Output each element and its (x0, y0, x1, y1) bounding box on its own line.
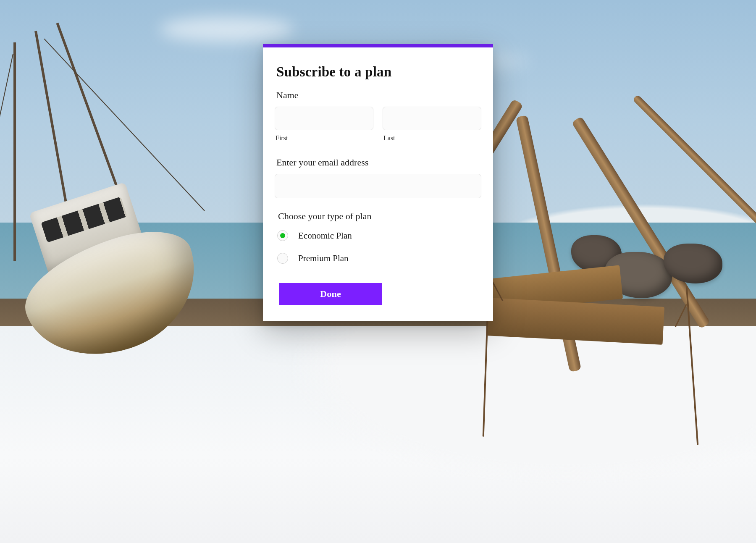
email-label: Enter your email address (276, 157, 481, 168)
first-name-col: First (275, 107, 373, 142)
last-name-sublabel: Last (383, 134, 481, 142)
plan-option-economic[interactable]: Economic Plan (277, 230, 481, 241)
last-name-col: Last (383, 107, 481, 142)
name-label: Name (276, 90, 481, 101)
last-name-input[interactable] (383, 107, 481, 130)
done-button[interactable]: Done (279, 283, 382, 305)
plan-option-premium[interactable]: Premium Plan (277, 253, 481, 264)
radio-icon[interactable] (277, 253, 288, 264)
wood-plank (486, 298, 664, 345)
name-row: First Last (275, 107, 481, 142)
first-name-input[interactable] (275, 107, 373, 130)
plan-option-label: Economic Plan (298, 231, 352, 241)
cloud (160, 17, 294, 42)
plan-heading: Choose your type of plan (278, 211, 481, 222)
boat-mast (13, 42, 16, 261)
plan-option-label: Premium Plan (298, 253, 349, 264)
email-input[interactable] (275, 174, 481, 198)
radio-icon[interactable] (277, 230, 288, 241)
subscribe-form-card: Subscribe to a plan Name First Last Ente… (263, 44, 493, 321)
first-name-sublabel: First (276, 134, 373, 142)
form-title: Subscribe to a plan (276, 64, 481, 80)
